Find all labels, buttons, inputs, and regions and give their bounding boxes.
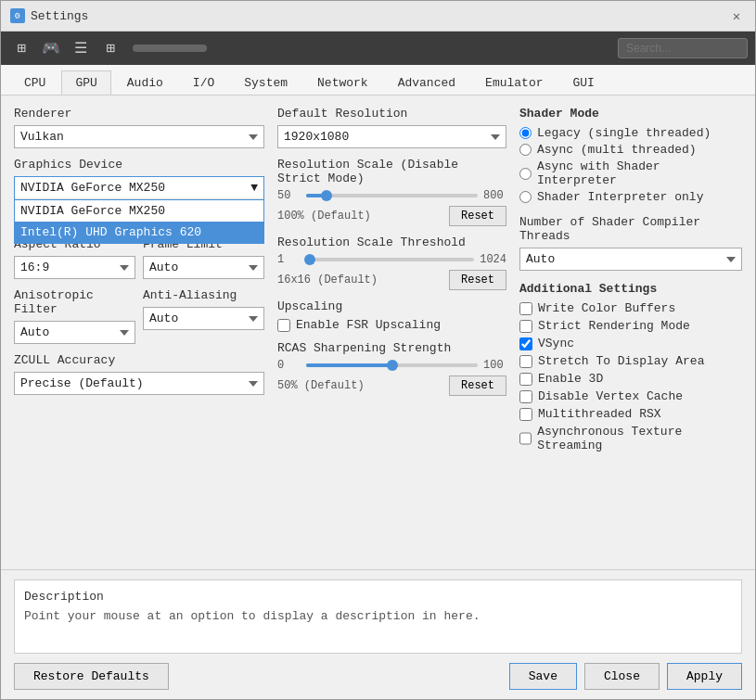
- compiler-threads-section: Number of Shader Compiler Threads Auto 1…: [519, 215, 742, 271]
- search-input[interactable]: [618, 38, 748, 58]
- aa-select[interactable]: Auto None FXAA: [143, 307, 264, 330]
- tab-cpu[interactable]: CPU: [10, 70, 59, 95]
- frame-limit-select[interactable]: Auto 30 60: [143, 256, 264, 279]
- renderer-select[interactable]: Vulkan OpenGL Null: [14, 125, 264, 148]
- left-column: Renderer Vulkan OpenGL Null Graphics Dev…: [14, 107, 264, 558]
- res-scale-thumb: [321, 190, 332, 201]
- device-option-0[interactable]: NVIDIA GeForce MX250: [15, 200, 263, 222]
- right-column: Shader Mode Legacy (single threaded) Asy…: [519, 107, 742, 558]
- res-threshold-footer: 16x16 (Default) Reset: [277, 270, 506, 290]
- titlebar: ⚙ Settings ✕: [1, 1, 755, 32]
- shader-radio-async[interactable]: [519, 144, 532, 156]
- tab-advanced[interactable]: Advanced: [384, 70, 469, 95]
- shader-radio-1: Async (multi threaded): [519, 143, 742, 157]
- rcas-slider[interactable]: [306, 363, 478, 367]
- description-text: Point your mouse at an option to display…: [24, 609, 732, 623]
- tab-gpu[interactable]: GPU: [61, 70, 110, 95]
- res-threshold-section: Resolution Scale Threshold 1 1024 16x16 …: [277, 235, 506, 290]
- toolbar-icon-4[interactable]: ⊞: [97, 35, 123, 61]
- shader-label-2: Async with Shader Interpreter: [537, 159, 742, 187]
- shader-radio-async-interp[interactable]: [519, 168, 532, 180]
- graphics-device-value[interactable]: NVIDIA GeForce MX250 ▼: [15, 177, 263, 199]
- main-content: Renderer Vulkan OpenGL Null Graphics Dev…: [1, 95, 755, 569]
- res-scale-min: 50: [277, 189, 301, 202]
- tab-system[interactable]: System: [230, 70, 301, 95]
- graphics-device-list[interactable]: NVIDIA GeForce MX250 Intel(R) UHD Graphi…: [14, 200, 264, 244]
- enable-3d-label: Enable 3D: [538, 372, 603, 386]
- titlebar-left: ⚙ Settings: [10, 8, 88, 23]
- zcull-section: ZCULL Accuracy Precise (Default) Approxi…: [14, 353, 264, 395]
- toolbar-slider[interactable]: [133, 45, 207, 52]
- resolution-section: Default Resolution 1920x1080 1280x720 38…: [277, 107, 506, 148]
- rcas-slider-row: 0 100: [277, 359, 506, 372]
- res-threshold-value: 16x16 (Default): [277, 274, 378, 286]
- apply-button[interactable]: Apply: [667, 663, 742, 690]
- close-window-button[interactable]: ✕: [727, 6, 746, 25]
- anisotropic-label: Anisotropic Filter: [14, 288, 135, 316]
- resolution-select[interactable]: 1920x1080 1280x720 3840x2160: [277, 125, 506, 148]
- restore-defaults-button[interactable]: Restore Defaults: [14, 663, 169, 690]
- upscaling-label: Upscaling: [277, 299, 506, 313]
- strict-render-checkbox[interactable]: [519, 320, 532, 333]
- toolbar-icon-3[interactable]: ☰: [68, 35, 94, 61]
- write-color-label: Write Color Buffers: [538, 301, 675, 315]
- tab-emulator[interactable]: Emulator: [471, 70, 557, 95]
- anisotropic-select[interactable]: Auto 2x 4x 8x 16x: [14, 321, 135, 344]
- write-color-checkbox[interactable]: [519, 302, 532, 315]
- renderer-label: Renderer: [14, 107, 264, 121]
- setting-vertex-cache: Disable Vertex Cache: [519, 389, 742, 403]
- vertex-cache-checkbox[interactable]: [519, 390, 532, 403]
- toolbar: ⊞ 🎮 ☰ ⊞: [1, 32, 755, 65]
- stretch-checkbox[interactable]: [519, 355, 532, 368]
- tab-audio[interactable]: Audio: [113, 70, 177, 95]
- res-threshold-max: 1024: [480, 253, 506, 266]
- vsync-checkbox[interactable]: [519, 337, 532, 350]
- footer: Description Point your mouse at an optio…: [1, 569, 755, 699]
- shader-mode-section: Shader Mode Legacy (single threaded) Asy…: [519, 107, 742, 204]
- shader-radio-interp-only[interactable]: [519, 191, 532, 203]
- aspect-ratio-select[interactable]: 16:9 4:3 Auto: [14, 256, 135, 279]
- enable-3d-checkbox[interactable]: [519, 373, 532, 386]
- device-option-1[interactable]: Intel(R) UHD Graphics 620: [15, 222, 263, 243]
- tab-io[interactable]: I/O: [179, 70, 228, 95]
- rcas-reset-button[interactable]: Reset: [449, 375, 506, 396]
- anisotropic-section: Anisotropic Filter Auto 2x 4x 8x 16x: [14, 288, 135, 344]
- graphics-device-selected-display[interactable]: NVIDIA GeForce MX250 ▼: [14, 176, 264, 200]
- async-texture-checkbox[interactable]: [519, 432, 532, 445]
- res-threshold-min: 1: [277, 253, 301, 266]
- setting-strict-render: Strict Rendering Mode: [519, 319, 742, 333]
- vsync-label: VSync: [538, 337, 574, 350]
- strict-render-label: Strict Rendering Mode: [538, 319, 690, 333]
- shader-radio-legacy[interactable]: [519, 127, 532, 139]
- tab-bar: CPU GPU Audio I/O System Network Advance…: [1, 65, 755, 95]
- save-button[interactable]: Save: [509, 663, 577, 690]
- settings-window: ⚙ Settings ✕ ⊞ 🎮 ☰ ⊞ CPU GPU Audio I/O S…: [0, 0, 756, 700]
- fsr-label: Enable FSR Upscaling: [296, 318, 441, 332]
- toolbar-icon-2[interactable]: 🎮: [38, 35, 64, 61]
- tab-gui[interactable]: GUI: [559, 70, 609, 95]
- fsr-checkbox[interactable]: [277, 319, 290, 332]
- multithreaded-rsx-checkbox[interactable]: [519, 408, 532, 421]
- multithreaded-rsx-label: Multithreaded RSX: [538, 407, 661, 421]
- zcull-select[interactable]: Precise (Default) Approximate Relaxed: [14, 372, 264, 395]
- res-threshold-reset-button[interactable]: Reset: [449, 270, 506, 290]
- res-scale-slider[interactable]: [306, 194, 478, 197]
- aa-label: Anti-Aliasing: [143, 288, 264, 302]
- aa-section: Anti-Aliasing Auto None FXAA: [143, 288, 264, 344]
- res-scale-reset-button[interactable]: Reset: [449, 206, 506, 226]
- resolution-label: Default Resolution: [277, 107, 506, 121]
- fsr-row: Enable FSR Upscaling: [277, 318, 506, 332]
- toolbar-icon-1[interactable]: ⊞: [8, 35, 34, 61]
- graphics-device-dropdown[interactable]: NVIDIA GeForce MX250 ▼ NVIDIA GeForce MX…: [14, 176, 264, 200]
- rcas-label: RCAS Sharpening Strength: [277, 341, 451, 355]
- tab-network[interactable]: Network: [303, 70, 382, 95]
- rcas-section: RCAS Sharpening Strength 0 100 50% (Defa…: [277, 341, 506, 396]
- window-title: Settings: [31, 9, 88, 23]
- close-button[interactable]: Close: [584, 663, 660, 690]
- res-threshold-slider[interactable]: [306, 258, 474, 261]
- compiler-threads-select[interactable]: Auto 1 2 4 8: [519, 248, 742, 271]
- rcas-header: RCAS Sharpening Strength: [277, 341, 506, 355]
- footer-buttons: Restore Defaults Save Close Apply: [14, 663, 742, 690]
- setting-3d: Enable 3D: [519, 372, 742, 386]
- rcas-thumb: [387, 360, 398, 371]
